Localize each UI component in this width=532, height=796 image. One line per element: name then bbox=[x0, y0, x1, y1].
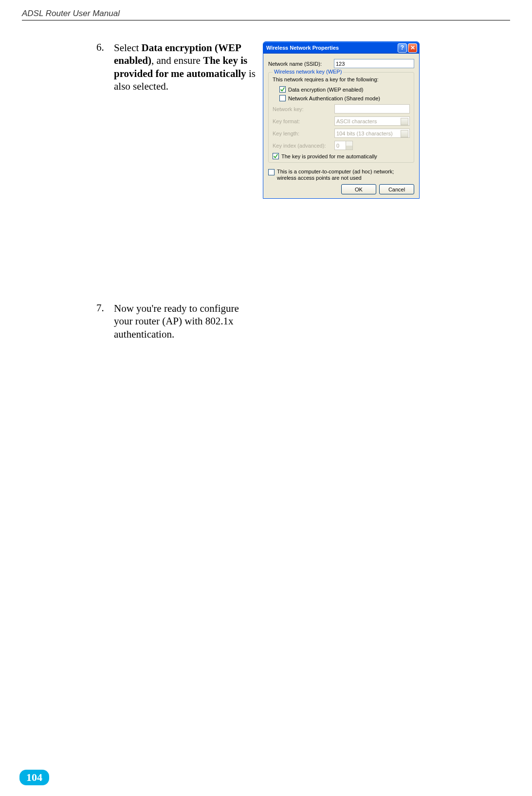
page-header: ADSL Router User Manual bbox=[22, 9, 510, 20]
key-auto-row: The key is provided for me automatically bbox=[273, 153, 410, 159]
ok-button[interactable]: OK bbox=[341, 184, 376, 194]
page-number: 104 bbox=[19, 770, 49, 785]
data-encryption-checkbox[interactable] bbox=[279, 86, 286, 93]
key-index-row: Key index (advanced): 0 bbox=[273, 141, 410, 150]
dialog-title: Wireless Network Properties bbox=[266, 45, 397, 51]
wep-intro: This network requires a key for the foll… bbox=[273, 76, 410, 82]
ssid-input[interactable] bbox=[334, 59, 414, 68]
step-6-number: 6. bbox=[92, 41, 114, 54]
key-format-row: Key format: ASCII characters bbox=[273, 116, 410, 126]
key-auto-label: The key is provided for me automatically bbox=[281, 153, 377, 159]
key-length-row: Key length: 104 bits (13 characters) bbox=[273, 129, 410, 138]
wep-fieldset: Wireless network key (WEP) This network … bbox=[268, 72, 414, 163]
help-icon[interactable]: ? bbox=[398, 43, 407, 53]
key-index-label: Key index (advanced): bbox=[273, 143, 334, 149]
key-auto-checkbox[interactable] bbox=[273, 153, 279, 159]
key-format-label: Key format: bbox=[273, 118, 334, 124]
wireless-properties-dialog: Wireless Network Properties ? ✕ Network … bbox=[263, 41, 420, 199]
key-format-select: ASCII characters bbox=[334, 116, 410, 126]
step-7-number: 7. bbox=[92, 302, 114, 314]
step-6-pre: Select bbox=[114, 42, 142, 54]
step-6-mid: , and ensure bbox=[151, 55, 203, 66]
dialog-buttons: OK Cancel bbox=[268, 184, 414, 194]
adhoc-label: This is a computer-to-computer (ad hoc) … bbox=[277, 169, 414, 181]
wep-fieldset-title: Wireless network key (WEP) bbox=[273, 69, 343, 75]
step-6-text: Select Data encryption (WEP enabled), an… bbox=[114, 41, 260, 93]
network-key-input bbox=[334, 104, 410, 114]
close-icon[interactable]: ✕ bbox=[408, 43, 417, 53]
adhoc-row: This is a computer-to-computer (ad hoc) … bbox=[268, 169, 414, 181]
data-encryption-label: Data encryption (WEP enabled) bbox=[288, 87, 364, 93]
key-length-select: 104 bits (13 characters) bbox=[334, 129, 410, 138]
network-key-row: Network key: bbox=[273, 104, 410, 114]
data-encryption-row: Data encryption (WEP enabled) bbox=[279, 86, 410, 93]
key-index-spinner: 0 bbox=[334, 141, 353, 150]
dialog-body: Network name (SSID): Wireless network ke… bbox=[263, 54, 419, 198]
adhoc-checkbox[interactable] bbox=[268, 169, 275, 175]
ssid-label: Network name (SSID): bbox=[268, 61, 334, 67]
key-length-label: Key length: bbox=[273, 131, 334, 136]
dialog-titlebar[interactable]: Wireless Network Properties ? ✕ bbox=[263, 42, 419, 54]
network-auth-row: Network Authentication (Shared mode) bbox=[279, 95, 410, 101]
network-auth-checkbox[interactable] bbox=[279, 95, 286, 101]
ssid-row: Network name (SSID): bbox=[268, 59, 414, 68]
step-7-text: Now you're ready to configure your route… bbox=[114, 302, 260, 341]
cancel-button[interactable]: Cancel bbox=[379, 184, 414, 194]
step-7: 7. Now you're ready to configure your ro… bbox=[92, 302, 516, 341]
network-auth-label: Network Authentication (Shared mode) bbox=[288, 95, 380, 101]
network-key-label: Network key: bbox=[273, 106, 334, 112]
